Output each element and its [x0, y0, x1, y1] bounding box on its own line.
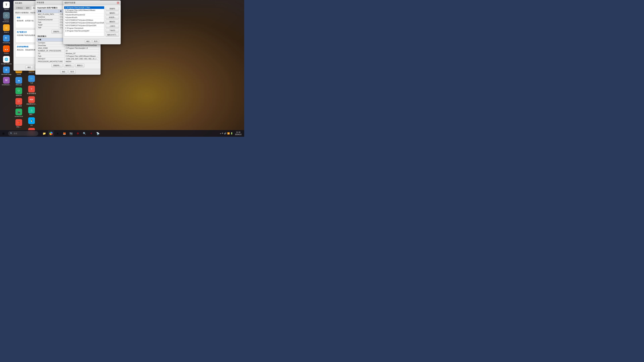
- taskbar: ⊞ 🔍 📁 e 🦊 📷 O 🔍 有 📡 ∧ 中 🔊 📶 🔋: [0, 130, 244, 137]
- icon-vmware[interactable]: ⬡ VMware Workstati...: [0, 11, 12, 23]
- tray-expand-icon[interactable]: ∧: [220, 133, 221, 134]
- editenv-item[interactable]: C:\Program Files\Java\jdk-1.8\bin: [64, 6, 104, 9]
- icon-typora[interactable]: T Typora: [0, 1, 12, 11]
- tray-ime-icon[interactable]: 中: [222, 132, 224, 135]
- envvar-cancel-btn[interactable]: 取消: [68, 70, 76, 73]
- sys-var-row[interactable]: PathC:\Program Files (x86)\VMware\VMware…: [37, 55, 99, 58]
- editenv-item[interactable]: %SystemRoot%\system32: [64, 13, 104, 16]
- editenv-new-btn[interactable]: 新建(N): [106, 7, 119, 10]
- sys-var-row[interactable]: DriverDataC:\Windows\System32\Drivers\Dr…: [37, 44, 99, 47]
- start-icon: ⊞: [2, 132, 4, 135]
- editenv-edittext-btn[interactable]: 编辑文本(T)...: [106, 33, 119, 37]
- taskbar-browser1[interactable]: [48, 130, 54, 136]
- icon-everything[interactable]: 🔍 Everything: [0, 34, 12, 44]
- editenv-up-btn[interactable]: 上移(U): [106, 24, 119, 28]
- tray-battery-icon[interactable]: 🔋: [230, 132, 233, 135]
- icon-drawio[interactable]: ◇ draw.io: [0, 24, 12, 34]
- editenv-item[interactable]: %SYSTEMROOT%\System32\WindowsPowerShell\…: [64, 22, 104, 24]
- icon-tencent2[interactable]: △ 腾讯...: [26, 106, 38, 116]
- editenv-item[interactable]: %SystemRoot%: [64, 16, 104, 19]
- taskbar-clock[interactable]: 11:10 2024/1/2: [234, 131, 243, 136]
- icon-jinshan[interactable]: 🛡 金山毒霸: [13, 97, 25, 108]
- clock-date: 2024/1/2: [235, 133, 242, 136]
- tray-volume-icon[interactable]: 🔊: [224, 132, 226, 135]
- icon-foxit-pdf[interactable]: PDF 新建腾讯PDF...: [26, 95, 38, 106]
- taskbar-file-manager[interactable]: 📁: [41, 130, 47, 136]
- editenv-right-buttons: 新建(N) 编辑(E) 浏览(B)... 删除(D) 上移(U) 下移(O) 编…: [105, 6, 120, 37]
- clock-time: 11:10: [235, 131, 242, 133]
- editenv-item[interactable]: C:\Program Files (x86)\VMware\VMware Wor…: [64, 9, 104, 13]
- editenv-title: 编辑环境变量: [64, 1, 116, 4]
- editenv-ok-btn[interactable]: 确定: [85, 39, 91, 43]
- search-input[interactable]: [14, 132, 34, 134]
- editenv-titlebar[interactable]: 编辑环境变量 ✕: [63, 0, 120, 5]
- editenv-browse-btn[interactable]: 浏览(B)...: [106, 15, 119, 19]
- editenv-content: C:\Program Files\Java\jdk-1.8\bin C:\Pro…: [63, 5, 120, 38]
- sysprop-ok-btn[interactable]: 确定: [25, 65, 33, 69]
- icon-screentogif[interactable]: 🎬 ScreenToGif: [13, 108, 25, 118]
- taskbar-search2[interactable]: 🔍: [82, 130, 88, 136]
- editenv-footer: 确定 取消: [63, 38, 120, 44]
- icon-zaobao[interactable]: 🍎 枣宝....: [13, 118, 25, 129]
- sys-edit-btn[interactable]: 编辑(U)...: [64, 64, 74, 67]
- editenv-list: C:\Program Files\Java\jdk-1.8\bin C:\Pro…: [64, 6, 104, 36]
- tab-hardware[interactable]: 硬件: [25, 6, 31, 10]
- icon-msedge[interactable]: e Microsoft Edge: [0, 66, 12, 76]
- taskbar-search-box[interactable]: 🔍: [8, 131, 38, 136]
- taskbar-fox[interactable]: 🦊: [62, 130, 68, 136]
- taskbar-radio[interactable]: 📡: [95, 130, 101, 136]
- start-button[interactable]: ⊞: [0, 130, 7, 137]
- taskbar-edge[interactable]: e: [55, 130, 61, 136]
- editenv-close-btn[interactable]: ✕: [117, 2, 119, 4]
- editenv-edit-btn[interactable]: 编辑(E): [106, 11, 119, 15]
- icon-guanjia[interactable]: 🛡 电脑管家: [13, 87, 25, 97]
- editenv-item[interactable]: %SYSTEMROOT%\System32\Wbem: [64, 19, 104, 22]
- icon-youdao[interactable]: Y 有道词典重置: [26, 85, 38, 95]
- desktop: T Typora ⬡ VMware Workstati... ◇ draw.io…: [0, 0, 244, 137]
- sys-vars-col-name: 变量: [37, 38, 64, 41]
- icon-firefox[interactable]: 🦊 Firefox: [0, 45, 12, 55]
- sys-var-row[interactable]: NUMBER_OF_PROCESSORS24: [37, 50, 99, 52]
- editenv-window-controls: ✕: [117, 2, 119, 4]
- search-icon: 🔍: [10, 132, 12, 135]
- editenv-item[interactable]: C:\Program Files\Tencent\QQNT: [64, 30, 104, 32]
- envvar-footer: 确定 取消: [36, 69, 100, 75]
- icon-column-1: T Typora ⬡ VMware Workstati... ◇ draw.io…: [0, 1, 12, 86]
- editenv-item[interactable]: %SYSTEMROOT%\System32\OpenSSH\: [64, 24, 104, 27]
- sys-var-row[interactable]: PROCESSOR_ARCHITECTUREAMD64: [37, 60, 99, 63]
- user-vars-col-name: 变量: [37, 9, 59, 13]
- editenv-window: 编辑环境变量 ✕ C:\Program Files\Java\jdk-1.8\b…: [63, 0, 121, 44]
- tab-computer-name[interactable]: 计算机名: [14, 6, 24, 10]
- editenv-delete-btn[interactable]: 删除(D): [106, 20, 119, 24]
- icon-qq2[interactable]: 🐧 QQ: [26, 117, 38, 127]
- editenv-down-btn[interactable]: 下移(O): [106, 29, 119, 32]
- sys-var-row[interactable]: JAVA_HOMEC:\Program Files\Java\jdk-1.8: [37, 47, 99, 50]
- sys-delete-btn[interactable]: 删除(L): [75, 64, 84, 67]
- icon-feishu[interactable]: 🐦 飞书: [26, 75, 38, 85]
- sys-vars-btns: 新建(W)... 编辑(U)... 删除(L): [36, 63, 100, 68]
- taskbar-opera[interactable]: O: [75, 130, 81, 136]
- editenv-cancel-btn[interactable]: 取消: [92, 39, 99, 43]
- user-new-btn[interactable]: 新建(N)...: [52, 30, 62, 33]
- icon-chrome[interactable]: 🌐 Google Chrome: [0, 55, 12, 65]
- tray-network-icon[interactable]: 📶: [227, 132, 230, 135]
- sys-var-row[interactable]: PATHEXT.COM;.EXE;.BAT;.CMD;.VBS;.VBE;.JS…: [37, 58, 99, 60]
- envvar-ok-btn[interactable]: 确定: [60, 70, 67, 73]
- taskbar-youdao[interactable]: 有: [88, 130, 94, 136]
- icon-aliyun[interactable]: ☁ 阿里云盘: [13, 76, 25, 86]
- sys-var-row[interactable]: OSWindows_NT: [37, 52, 99, 55]
- taskbar-tray-icons: ∧ 中 🔊 📶 🔋: [220, 132, 233, 135]
- editenv-item[interactable]: C:\Program Files\dotnet\: [64, 27, 104, 30]
- taskbar-camera[interactable]: 📷: [68, 130, 74, 136]
- icon-mindmaster[interactable]: M MindMaster...: [0, 76, 12, 86]
- taskbar-right: ∧ 中 🔊 📶 🔋 11:10 2024/1/2: [220, 131, 244, 136]
- sys-new-btn[interactable]: 新建(W)...: [52, 64, 62, 67]
- taskbar-app-icons: 📁 e 🦊 📷 O 🔍 有 📡: [41, 130, 101, 136]
